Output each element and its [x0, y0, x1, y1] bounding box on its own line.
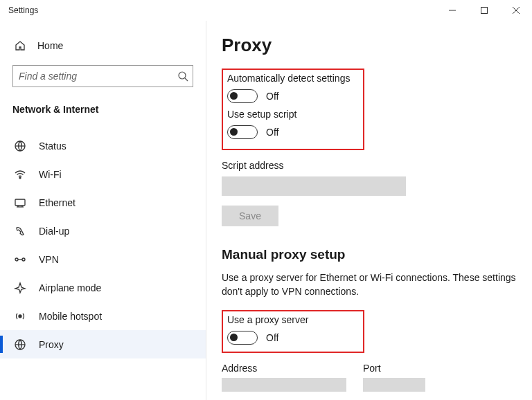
svg-point-14: [22, 258, 25, 261]
use-proxy-value: Off: [266, 332, 278, 343]
dialup-icon: [14, 225, 26, 237]
svg-point-4: [179, 72, 186, 79]
svg-rect-9: [15, 199, 25, 206]
titlebar: Settings: [0, 0, 532, 21]
sidebar-item-label: Status: [39, 140, 66, 152]
use-script-value: Off: [266, 127, 278, 138]
content-pane: Proxy Automatically detect settings Off …: [206, 21, 532, 400]
home-label: Home: [37, 40, 63, 51]
manual-proxy-highlight: Use a proxy server Off: [222, 310, 364, 353]
manual-heading: Manual proxy setup: [222, 247, 520, 262]
sidebar-item-label: Mobile hotspot: [39, 311, 102, 322]
airplane-icon: [14, 282, 26, 294]
sidebar-item-label: Dial-up: [39, 226, 69, 237]
sidebar-item-label: Wi-Fi: [39, 169, 62, 180]
sidebar: Home Network & Internet Status Wi-Fi Eth…: [0, 21, 206, 400]
sidebar-item-label: VPN: [39, 254, 59, 265]
search-input[interactable]: [19, 71, 177, 82]
script-address-input: [222, 176, 406, 196]
sidebar-item-dialup[interactable]: Dial-up: [0, 217, 206, 245]
vpn-icon: [14, 253, 26, 266]
page-title: Proxy: [222, 35, 520, 56]
close-button[interactable]: [500, 0, 532, 21]
script-address-label: Script address: [222, 160, 520, 171]
wifi-icon: [14, 168, 26, 181]
save-button: Save: [222, 206, 278, 226]
use-proxy-toggle[interactable]: [227, 331, 258, 345]
auto-detect-toggle[interactable]: [227, 89, 258, 103]
sidebar-item-label: Ethernet: [39, 197, 76, 208]
use-script-label: Use setup script: [227, 109, 357, 120]
auto-setup-highlight: Automatically detect settings Off Use se…: [222, 69, 364, 150]
minimize-button[interactable]: [436, 0, 468, 21]
sidebar-item-proxy[interactable]: Proxy: [0, 330, 206, 358]
sidebar-item-hotspot[interactable]: Mobile hotspot: [0, 302, 206, 330]
maximize-button[interactable]: [468, 0, 500, 21]
sidebar-category: Network & Internet: [0, 100, 206, 122]
window-title: Settings: [8, 6, 436, 15]
home-link[interactable]: Home: [0, 35, 206, 57]
sidebar-item-airplane[interactable]: Airplane mode: [0, 273, 206, 302]
auto-detect-label: Automatically detect settings: [227, 73, 357, 84]
use-script-toggle[interactable]: [227, 125, 258, 139]
use-proxy-label: Use a proxy server: [227, 314, 357, 325]
sidebar-item-status[interactable]: Status: [0, 131, 206, 160]
window-controls: [436, 0, 532, 21]
port-label: Port: [363, 363, 425, 374]
address-input: [222, 378, 346, 392]
auto-detect-value: Off: [266, 91, 278, 102]
search-icon: [177, 71, 188, 82]
address-port-row: Address Port: [222, 363, 520, 392]
close-icon: [513, 7, 520, 14]
hotspot-icon: [14, 310, 26, 322]
port-input: [363, 378, 425, 392]
maximize-icon: [481, 7, 488, 14]
svg-point-13: [15, 258, 18, 261]
minimize-icon: [449, 7, 456, 14]
home-icon: [14, 40, 26, 51]
svg-rect-1: [481, 8, 488, 14]
sidebar-item-wifi[interactable]: Wi-Fi: [0, 160, 206, 188]
sidebar-item-vpn[interactable]: VPN: [0, 245, 206, 273]
manual-description: Use a proxy server for Ethernet or Wi-Fi…: [222, 271, 520, 299]
address-label: Address: [222, 363, 346, 374]
proxy-icon: [14, 338, 26, 351]
search-box[interactable]: [12, 65, 193, 87]
sidebar-item-label: Airplane mode: [39, 282, 101, 293]
sidebar-nav: Status Wi-Fi Ethernet Dial-up VPN Airpla…: [0, 131, 206, 358]
ethernet-icon: [14, 197, 26, 209]
status-icon: [14, 140, 26, 152]
svg-line-5: [185, 78, 188, 81]
svg-point-8: [19, 177, 21, 179]
svg-point-16: [19, 315, 21, 318]
sidebar-item-ethernet[interactable]: Ethernet: [0, 188, 206, 217]
sidebar-item-label: Proxy: [39, 339, 64, 350]
